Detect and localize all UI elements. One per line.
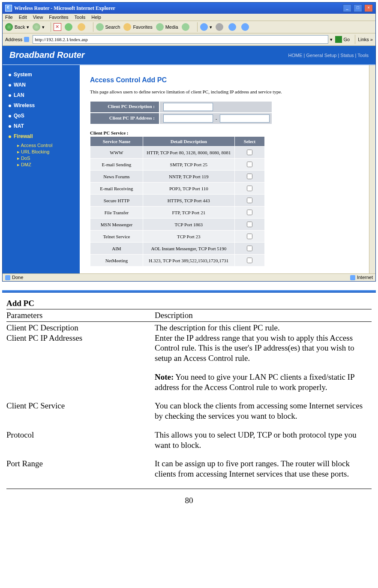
sub-dmz[interactable]: DMZ — [17, 162, 80, 168]
sidebar: System WAN LAN Wireless QoS NAT Firewall… — [3, 65, 80, 273]
scrollbar[interactable] — [369, 65, 375, 273]
history-button[interactable] — [182, 23, 191, 31]
address-input[interactable] — [33, 35, 328, 44]
menu-help[interactable]: Help — [91, 15, 101, 20]
back-button[interactable]: Back ▾ — [5, 23, 29, 31]
print-icon — [216, 23, 223, 31]
param-row: Port RangeIt can be assign up to five po… — [6, 459, 372, 479]
page-title: Access Control Add PC — [90, 76, 359, 84]
media-button[interactable]: Media — [156, 23, 178, 31]
param-name: Port Range — [6, 459, 155, 479]
favorites-button[interactable]: Favorites — [123, 23, 152, 31]
mail-button[interactable]: ▾ — [200, 23, 212, 31]
refresh-button[interactable] — [65, 23, 74, 31]
doc-title: Add PC — [6, 299, 372, 308]
forward-icon — [33, 23, 40, 31]
param-desc: Note: You need to give your LAN PC clien… — [155, 372, 372, 393]
svc-checkbox[interactable] — [247, 234, 252, 239]
svc-desc: AOL Instant Messenger, TCP Port 5190 — [143, 243, 234, 255]
param-name — [6, 372, 155, 393]
sub-access-control[interactable]: Access Control — [17, 142, 80, 149]
menu-favorites[interactable]: Favorites — [49, 15, 68, 20]
menu-view[interactable]: View — [33, 15, 43, 20]
param-desc: The description for this client PC rule. — [155, 323, 372, 333]
service-table: Service Name Detail Description Select W… — [90, 136, 265, 267]
svc-name: WWW — [90, 147, 143, 159]
sidebar-item-wan[interactable]: WAN — [3, 80, 80, 90]
done-icon — [5, 275, 10, 280]
table-row: Secure HTTPHTTPS, TCP Port 443 — [90, 195, 265, 207]
svc-desc: TCP Port 23 — [143, 231, 234, 243]
sidebar-item-qos[interactable]: QoS — [3, 111, 80, 121]
svc-name: NetMeeting — [90, 255, 143, 267]
svc-checkbox[interactable] — [247, 210, 252, 215]
home-button[interactable] — [78, 23, 87, 31]
table-row: News ForumsNNTP, TCP Port 119 — [90, 171, 265, 183]
edit-button[interactable] — [228, 23, 238, 31]
svc-checkbox[interactable] — [247, 198, 252, 203]
links-label[interactable]: Links — [358, 37, 369, 42]
param-row: Note: You need to give your LAN PC clien… — [6, 372, 372, 393]
table-row: NetMeetingH.323, TCP Port 389,522,1503,1… — [90, 255, 265, 267]
table-row: E-mail SendingSMTP, TCP Port 25 — [90, 159, 265, 171]
menu-tools[interactable]: Tools — [75, 15, 86, 20]
doc-section: Add PC Parameters Description Client PC … — [2, 293, 376, 512]
refresh-icon — [65, 23, 72, 31]
print-button[interactable] — [216, 23, 225, 31]
svc-desc: NNTP, TCP Port 119 — [143, 171, 234, 183]
address-label: Address — [5, 37, 22, 42]
svc-name: E-mail Sending — [90, 159, 143, 171]
sidebar-item-lan[interactable]: LAN — [3, 90, 80, 100]
forward-button[interactable]: ▾ — [33, 23, 45, 31]
stop-button[interactable]: ✕ — [54, 23, 61, 31]
sidebar-item-nat[interactable]: NAT — [3, 121, 80, 131]
maximize-button[interactable]: □ — [354, 4, 362, 12]
table-row: File TransferFTP, TCP Port 21 — [90, 207, 265, 219]
window-title: Wireless Router - Microsoft Internet Exp… — [14, 5, 115, 12]
sidebar-item-wireless[interactable]: Wireless — [3, 100, 80, 111]
svc-checkbox[interactable] — [247, 162, 252, 167]
svc-checkbox[interactable] — [247, 150, 252, 155]
sub-dos[interactable]: DoS — [17, 155, 80, 162]
discuss-button[interactable] — [241, 23, 251, 31]
mail-icon — [200, 23, 208, 31]
param-name: Client PC IP Addresses — [6, 333, 155, 363]
brand: Broadband Router — [9, 50, 85, 60]
hdr-parameters: Parameters — [6, 310, 155, 321]
param-row: Client PC IP AddressesEnter the IP addre… — [6, 333, 372, 363]
input-ip-from[interactable] — [163, 114, 213, 123]
topnav[interactable]: HOME | General Setup | Status | Tools — [288, 53, 369, 58]
sidebar-item-system[interactable]: System — [3, 69, 80, 80]
sub-url-blocking[interactable]: URL Blocking — [17, 149, 80, 155]
page-number: 80 — [6, 496, 372, 505]
label-pc-service: Client PC Service : — [90, 130, 359, 135]
table-row: AIMAOL Instant Messenger, TCP Port 5190 — [90, 243, 265, 255]
hdr-description: Description — [155, 310, 372, 321]
sidebar-item-firewall[interactable]: Firewall — [3, 131, 80, 141]
svc-checkbox[interactable] — [247, 258, 252, 263]
search-button[interactable]: Search — [96, 23, 120, 31]
input-ip-to[interactable] — [220, 114, 270, 123]
discuss-icon — [241, 23, 249, 31]
param-desc: This allows you to select UDP, TCP or bo… — [155, 430, 372, 450]
svc-desc: TCP Port 1863 — [143, 219, 234, 231]
svc-checkbox[interactable] — [247, 174, 252, 179]
go-button[interactable]: Go — [335, 36, 350, 43]
input-pc-desc[interactable] — [163, 103, 213, 111]
media-icon — [156, 23, 164, 31]
ip-sep: - — [216, 116, 217, 121]
svc-hdr-select: Select — [234, 137, 264, 147]
svc-checkbox[interactable] — [247, 186, 252, 191]
go-icon — [335, 36, 342, 43]
svc-checkbox[interactable] — [247, 222, 252, 227]
address-dropdown[interactable]: ▾ — [330, 37, 333, 42]
param-row: Client PC ServiceYou can block the clien… — [6, 401, 372, 421]
table-row: Telnet ServiceTCP Port 23 — [90, 231, 265, 243]
close-button[interactable]: × — [364, 4, 373, 12]
menu-file[interactable]: File — [5, 15, 13, 20]
menu-edit[interactable]: Edit — [19, 15, 27, 20]
status-done: Done — [12, 275, 23, 280]
svc-checkbox[interactable] — [247, 246, 252, 251]
svc-desc: SMTP, TCP Port 25 — [143, 159, 234, 171]
minimize-button[interactable]: _ — [343, 4, 351, 12]
